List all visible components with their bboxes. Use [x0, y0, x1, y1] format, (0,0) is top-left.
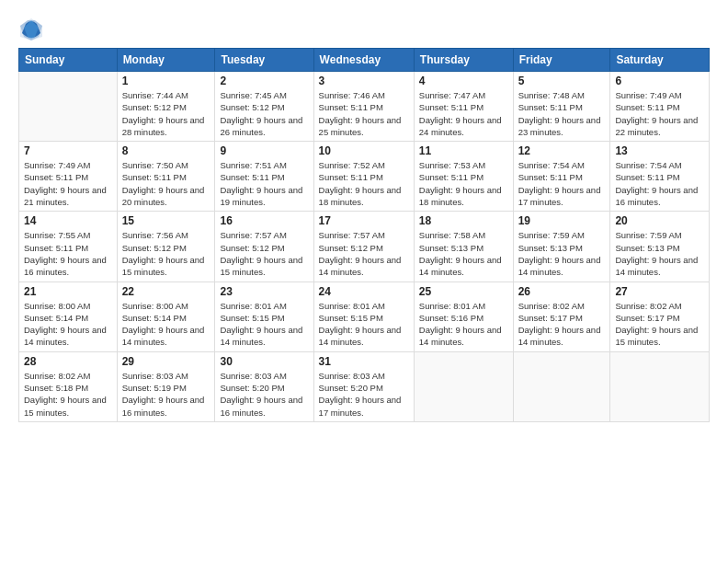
day-cell: 30Sunrise: 8:03 AM Sunset: 5:20 PM Dayli…: [215, 351, 313, 421]
day-number: 12: [518, 144, 606, 157]
day-cell: 12Sunrise: 7:54 AM Sunset: 5:11 PM Dayli…: [513, 142, 610, 212]
day-info: Sunrise: 7:46 AM Sunset: 5:11 PM Dayligh…: [319, 89, 409, 138]
day-info: Sunrise: 7:56 AM Sunset: 5:12 PM Dayligh…: [122, 229, 210, 278]
day-number: 23: [220, 285, 308, 298]
day-cell: 22Sunrise: 8:00 AM Sunset: 5:14 PM Dayli…: [117, 282, 215, 351]
col-header-friday: Friday: [513, 49, 610, 72]
day-info: Sunrise: 7:58 AM Sunset: 5:13 PM Dayligh…: [419, 229, 508, 278]
day-number: 1: [122, 75, 210, 87]
header: [18, 17, 710, 42]
day-number: 14: [24, 214, 112, 227]
day-number: 13: [615, 144, 704, 157]
day-cell: 4Sunrise: 7:47 AM Sunset: 5:11 PM Daylig…: [414, 72, 513, 142]
day-info: Sunrise: 7:45 AM Sunset: 5:12 PM Dayligh…: [220, 89, 308, 138]
day-cell: 23Sunrise: 8:01 AM Sunset: 5:15 PM Dayli…: [215, 282, 313, 351]
day-cell: [19, 72, 118, 142]
day-info: Sunrise: 8:02 AM Sunset: 5:17 PM Dayligh…: [615, 300, 704, 349]
day-info: Sunrise: 7:52 AM Sunset: 5:11 PM Dayligh…: [319, 159, 409, 208]
day-info: Sunrise: 7:55 AM Sunset: 5:11 PM Dayligh…: [24, 229, 112, 278]
day-cell: 21Sunrise: 8:00 AM Sunset: 5:14 PM Dayli…: [19, 282, 118, 351]
day-number: 24: [319, 285, 409, 298]
day-cell: 1Sunrise: 7:44 AM Sunset: 5:12 PM Daylig…: [117, 72, 215, 142]
day-cell: 14Sunrise: 7:55 AM Sunset: 5:11 PM Dayli…: [19, 212, 118, 282]
day-cell: 29Sunrise: 8:03 AM Sunset: 5:19 PM Dayli…: [117, 351, 215, 421]
logo-icon: [18, 17, 44, 42]
col-header-saturday: Saturday: [610, 49, 710, 72]
day-info: Sunrise: 7:44 AM Sunset: 5:12 PM Dayligh…: [122, 89, 210, 138]
day-number: 29: [122, 355, 210, 368]
day-number: 27: [615, 285, 704, 298]
day-number: 20: [615, 214, 704, 227]
day-info: Sunrise: 7:53 AM Sunset: 5:11 PM Dayligh…: [419, 159, 508, 208]
calendar-table: SundayMondayTuesdayWednesdayThursdayFrid…: [18, 48, 710, 422]
day-number: 4: [419, 75, 508, 87]
day-number: 26: [518, 285, 606, 298]
day-info: Sunrise: 8:01 AM Sunset: 5:16 PM Dayligh…: [419, 300, 508, 349]
day-number: 7: [24, 144, 112, 157]
col-header-sunday: Sunday: [19, 49, 118, 72]
day-info: Sunrise: 7:49 AM Sunset: 5:11 PM Dayligh…: [24, 159, 112, 208]
day-cell: 24Sunrise: 8:01 AM Sunset: 5:15 PM Dayli…: [313, 282, 414, 351]
col-header-monday: Monday: [117, 49, 215, 72]
day-info: Sunrise: 7:59 AM Sunset: 5:13 PM Dayligh…: [518, 229, 606, 278]
day-number: 19: [518, 214, 606, 227]
day-cell: 31Sunrise: 8:03 AM Sunset: 5:20 PM Dayli…: [313, 351, 414, 421]
day-number: 21: [24, 285, 112, 298]
day-number: 17: [319, 214, 409, 227]
day-cell: 3Sunrise: 7:46 AM Sunset: 5:11 PM Daylig…: [313, 72, 414, 142]
day-info: Sunrise: 7:49 AM Sunset: 5:11 PM Dayligh…: [615, 89, 704, 138]
day-info: Sunrise: 7:57 AM Sunset: 5:12 PM Dayligh…: [220, 229, 308, 278]
day-info: Sunrise: 7:57 AM Sunset: 5:12 PM Dayligh…: [319, 229, 409, 278]
col-header-tuesday: Tuesday: [215, 49, 313, 72]
day-info: Sunrise: 8:02 AM Sunset: 5:17 PM Dayligh…: [518, 300, 606, 349]
day-info: Sunrise: 8:00 AM Sunset: 5:14 PM Dayligh…: [24, 300, 112, 349]
day-cell: [610, 351, 710, 421]
day-cell: [414, 351, 513, 421]
day-info: Sunrise: 7:59 AM Sunset: 5:13 PM Dayligh…: [615, 229, 704, 278]
day-info: Sunrise: 7:54 AM Sunset: 5:11 PM Dayligh…: [615, 159, 704, 208]
day-number: 31: [319, 355, 409, 368]
day-cell: 27Sunrise: 8:02 AM Sunset: 5:17 PM Dayli…: [610, 282, 710, 351]
day-number: 25: [419, 285, 508, 298]
day-cell: 5Sunrise: 7:48 AM Sunset: 5:11 PM Daylig…: [513, 72, 610, 142]
week-row-4: 21Sunrise: 8:00 AM Sunset: 5:14 PM Dayli…: [19, 282, 710, 351]
day-number: 2: [220, 75, 308, 87]
day-info: Sunrise: 8:03 AM Sunset: 5:20 PM Dayligh…: [319, 370, 409, 419]
day-number: 15: [122, 214, 210, 227]
week-row-2: 7Sunrise: 7:49 AM Sunset: 5:11 PM Daylig…: [19, 142, 710, 212]
day-number: 3: [319, 75, 409, 87]
day-info: Sunrise: 7:54 AM Sunset: 5:11 PM Dayligh…: [518, 159, 606, 208]
day-cell: 7Sunrise: 7:49 AM Sunset: 5:11 PM Daylig…: [19, 142, 118, 212]
day-number: 5: [518, 75, 606, 87]
day-number: 22: [122, 285, 210, 298]
header-row: SundayMondayTuesdayWednesdayThursdayFrid…: [19, 49, 710, 72]
logo: [18, 17, 48, 42]
day-cell: 17Sunrise: 7:57 AM Sunset: 5:12 PM Dayli…: [313, 212, 414, 282]
day-info: Sunrise: 8:03 AM Sunset: 5:20 PM Dayligh…: [220, 370, 308, 419]
day-cell: 9Sunrise: 7:51 AM Sunset: 5:11 PM Daylig…: [215, 142, 313, 212]
day-number: 11: [419, 144, 508, 157]
day-info: Sunrise: 8:03 AM Sunset: 5:19 PM Dayligh…: [122, 370, 210, 419]
day-cell: 19Sunrise: 7:59 AM Sunset: 5:13 PM Dayli…: [513, 212, 610, 282]
day-info: Sunrise: 7:50 AM Sunset: 5:11 PM Dayligh…: [122, 159, 210, 208]
day-number: 30: [220, 355, 308, 368]
day-number: 9: [220, 144, 308, 157]
day-info: Sunrise: 8:01 AM Sunset: 5:15 PM Dayligh…: [220, 300, 308, 349]
day-info: Sunrise: 7:51 AM Sunset: 5:11 PM Dayligh…: [220, 159, 308, 208]
page: SundayMondayTuesdayWednesdayThursdayFrid…: [0, 0, 728, 563]
day-number: 6: [615, 75, 704, 87]
day-cell: 20Sunrise: 7:59 AM Sunset: 5:13 PM Dayli…: [610, 212, 710, 282]
day-number: 16: [220, 214, 308, 227]
day-info: Sunrise: 8:00 AM Sunset: 5:14 PM Dayligh…: [122, 300, 210, 349]
day-info: Sunrise: 7:47 AM Sunset: 5:11 PM Dayligh…: [419, 89, 508, 138]
day-cell: 18Sunrise: 7:58 AM Sunset: 5:13 PM Dayli…: [414, 212, 513, 282]
col-header-wednesday: Wednesday: [313, 49, 414, 72]
day-number: 18: [419, 214, 508, 227]
week-row-5: 28Sunrise: 8:02 AM Sunset: 5:18 PM Dayli…: [19, 351, 710, 421]
day-cell: 6Sunrise: 7:49 AM Sunset: 5:11 PM Daylig…: [610, 72, 710, 142]
day-cell: 8Sunrise: 7:50 AM Sunset: 5:11 PM Daylig…: [117, 142, 215, 212]
day-cell: 2Sunrise: 7:45 AM Sunset: 5:12 PM Daylig…: [215, 72, 313, 142]
day-cell: 11Sunrise: 7:53 AM Sunset: 5:11 PM Dayli…: [414, 142, 513, 212]
col-header-thursday: Thursday: [414, 49, 513, 72]
day-cell: 25Sunrise: 8:01 AM Sunset: 5:16 PM Dayli…: [414, 282, 513, 351]
